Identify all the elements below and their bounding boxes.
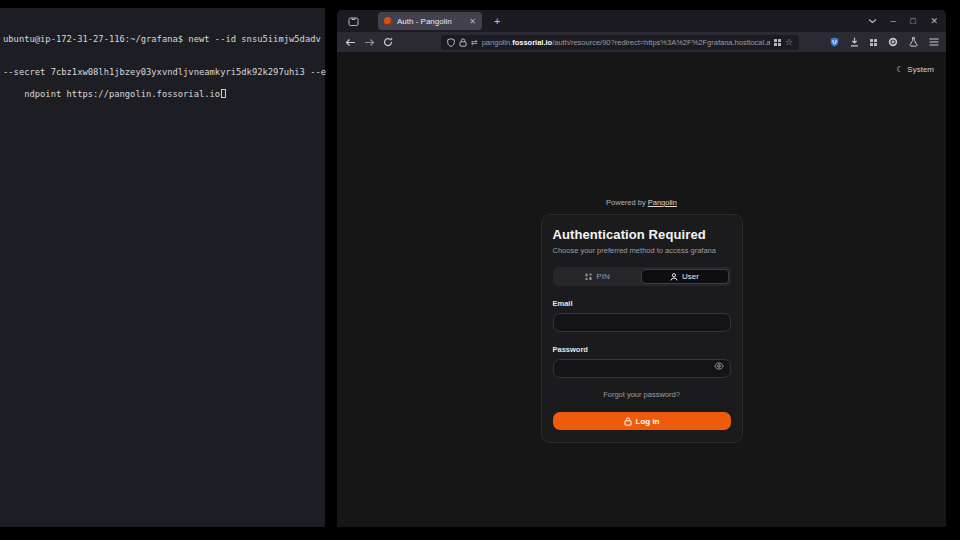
password-manager-extension-icon[interactable] — [830, 37, 839, 47]
terminal-line: --secret 7cbz1xw08lh1jbzey03yxvndljvneam… — [3, 67, 322, 78]
back-icon[interactable] — [344, 38, 356, 47]
extensions-icon[interactable] — [870, 39, 877, 46]
maximize-button[interactable]: ▢ — [910, 17, 917, 25]
pangolin-favicon — [384, 17, 392, 25]
terminal-window[interactable]: ubuntu@ip-172-31-27-116:~/grafana$ newt … — [0, 8, 325, 527]
firefox-view-icon[interactable] — [345, 13, 361, 29]
card-subtitle: Choose your preferred method to access g… — [553, 246, 731, 255]
theme-label: System — [907, 65, 934, 74]
list-tabs-chevron-icon[interactable] — [868, 18, 877, 24]
bookmark-star-icon[interactable]: ☆ — [785, 38, 793, 47]
downloads-icon[interactable] — [850, 37, 859, 47]
card-title: Authentication Required — [553, 227, 731, 242]
page-content: ☾ System Powered by Pangolin Authenticat… — [337, 52, 946, 527]
labs-flask-icon[interactable] — [909, 37, 918, 47]
theme-moon-icon: ☾ — [896, 65, 903, 74]
forward-icon[interactable] — [363, 38, 375, 47]
terminal-line: ndpoint https://pangolin.fossorial.io — [24, 89, 220, 99]
tracking-shield-icon[interactable] — [447, 38, 455, 47]
powered-by-line: Powered by Pangolin — [606, 198, 677, 207]
login-label: Log in — [636, 417, 660, 426]
url-text: pangolin.fossorial.io/auth/resource/90?r… — [482, 38, 770, 47]
auth-method-tabs: PIN User — [553, 267, 731, 286]
pin-keypad-icon — [585, 273, 592, 281]
menu-icon[interactable] — [929, 38, 939, 46]
password-field[interactable] — [553, 359, 731, 378]
reload-icon[interactable] — [382, 37, 394, 47]
browser-tab-bar: Auth - Pangolin ✕ + – ▢ ✕ — [337, 10, 946, 32]
url-bar[interactable]: ⇄ pangolin.fossorial.io/auth/resource/90… — [441, 35, 799, 50]
lock-icon[interactable] — [459, 38, 467, 47]
close-button[interactable]: ✕ — [930, 16, 938, 26]
tab-pin-label: PIN — [596, 272, 609, 281]
containers-grid-icon[interactable] — [774, 39, 781, 46]
tab-pin[interactable]: PIN — [555, 269, 641, 284]
theme-toggle[interactable]: ☾ System — [896, 65, 934, 74]
browser-toolbar: ⇄ pangolin.fossorial.io/auth/resource/90… — [337, 32, 946, 52]
terminal-line: ubuntu@ip-172-31-27-116:~/grafana$ newt … — [3, 34, 322, 45]
toolbar-extensions-cluster — [830, 37, 939, 47]
email-field[interactable] — [553, 313, 731, 332]
browser-tab-auth-pangolin[interactable]: Auth - Pangolin ✕ — [378, 12, 482, 30]
forgot-password-link[interactable]: Forgot your password? — [553, 390, 731, 399]
tab-title: Auth - Pangolin — [397, 17, 464, 26]
browser-window: Auth - Pangolin ✕ + – ▢ ✕ — [337, 10, 946, 527]
email-label: Email — [553, 299, 731, 308]
user-icon — [670, 273, 678, 281]
minimize-button[interactable]: – — [891, 16, 896, 26]
new-tab-button[interactable]: + — [494, 15, 500, 27]
eye-icon[interactable] — [714, 362, 724, 370]
auth-card: Authentication Required Choose your pref… — [541, 214, 743, 443]
redirect-arrows-icon[interactable]: ⇄ — [471, 38, 478, 47]
pangolin-link[interactable]: Pangolin — [648, 198, 677, 207]
tab-user[interactable]: User — [641, 269, 729, 284]
tab-close-icon[interactable]: ✕ — [469, 17, 476, 26]
password-label: Password — [553, 345, 731, 354]
login-button[interactable]: Log in — [553, 412, 731, 430]
terminal-cursor — [221, 89, 226, 98]
tab-user-label: User — [682, 272, 699, 281]
adblock-circle-icon[interactable] — [888, 37, 898, 47]
desktop: ubuntu@ip-172-31-27-116:~/grafana$ newt … — [0, 0, 960, 540]
login-lock-icon — [624, 417, 632, 426]
